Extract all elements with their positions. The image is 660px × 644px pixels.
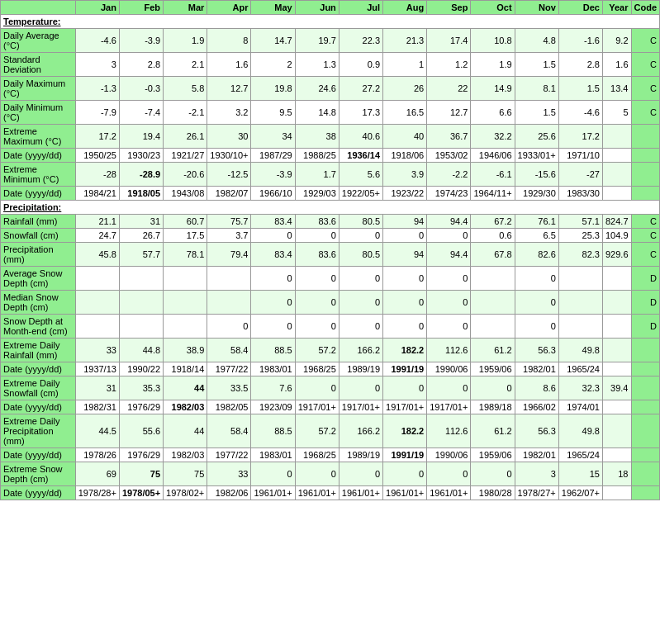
data-cell <box>602 291 631 315</box>
data-cell: 5 <box>602 101 631 125</box>
row-label: Extreme Minimum (°C) <box>1 163 76 187</box>
data-cell: 1961/01+ <box>383 486 427 500</box>
data-cell: 2.1 <box>164 53 207 77</box>
data-cell: 1964/11+ <box>471 187 515 201</box>
data-cell: 1990/06 <box>427 448 471 462</box>
data-cell: 17.4 <box>427 29 471 53</box>
data-cell: 57.2 <box>295 339 339 362</box>
data-cell: 1918/05 <box>119 187 163 201</box>
data-cell: 1.3 <box>295 53 339 77</box>
data-cell: 1936/14 <box>339 149 382 163</box>
data-cell <box>602 187 631 201</box>
data-cell <box>631 149 660 163</box>
row-label: Daily Average (°C) <box>1 29 76 53</box>
data-cell: 22.3 <box>339 29 382 53</box>
data-cell: 13.4 <box>602 77 631 101</box>
data-cell: 2 <box>251 53 295 77</box>
data-cell: 1.6 <box>207 53 251 77</box>
data-cell: 0 <box>339 291 382 315</box>
data-cell: 0 <box>251 229 295 243</box>
data-cell: 83.6 <box>295 215 339 229</box>
data-cell <box>558 291 602 315</box>
data-cell <box>558 315 602 339</box>
data-cell <box>631 486 660 500</box>
data-cell: 49.8 <box>558 339 602 362</box>
data-cell: 24.6 <box>295 77 339 101</box>
data-cell: 34 <box>251 125 295 149</box>
data-cell: 0 <box>339 462 382 486</box>
data-cell: 79.4 <box>207 243 251 267</box>
data-cell: 75 <box>164 462 207 486</box>
table-row: Date (yyyy/dd)1937/131990/221918/141977/… <box>1 362 660 376</box>
data-cell: 1988/25 <box>295 149 339 163</box>
data-cell: 36.7 <box>427 125 471 149</box>
data-cell: 61.2 <box>471 414 515 448</box>
data-cell <box>75 291 119 315</box>
data-cell: 58.4 <box>207 339 251 362</box>
data-cell: 1974/23 <box>427 187 471 201</box>
data-cell: 0 <box>427 376 471 400</box>
section-title: Precipitation: <box>1 201 660 215</box>
data-cell: 94.4 <box>427 215 471 229</box>
data-cell: 33 <box>207 462 251 486</box>
data-cell: 1968/25 <box>295 362 339 376</box>
col-month-header: Jun <box>295 1 339 15</box>
data-cell: 17.2 <box>75 125 119 149</box>
data-cell: 26.7 <box>119 229 163 243</box>
col-month-header: Dec <box>558 1 602 15</box>
data-cell: C <box>631 29 660 53</box>
data-cell: 14.8 <box>295 101 339 125</box>
data-cell: 22 <box>427 77 471 101</box>
data-cell: 0 <box>383 229 427 243</box>
table-row: Extreme Daily Precipitation (mm)44.555.6… <box>1 414 660 448</box>
data-cell: 1 <box>383 53 427 77</box>
climate-table: JanFebMarAprMayJunJulAugSepOctNovDecYear… <box>0 0 660 500</box>
data-cell: 57.7 <box>119 243 163 267</box>
data-cell <box>119 315 163 339</box>
row-label: Snow Depth at Month-end (cm) <box>1 315 76 339</box>
data-cell: 0 <box>427 229 471 243</box>
data-cell: 1917/01+ <box>339 400 382 414</box>
data-cell: 1929/30 <box>515 187 558 201</box>
data-cell: 17.3 <box>339 101 382 125</box>
data-cell <box>602 414 631 448</box>
data-cell: 0 <box>471 376 515 400</box>
data-cell: 1976/29 <box>119 448 163 462</box>
data-cell: 80.5 <box>339 215 382 229</box>
data-cell: 6.6 <box>471 101 515 125</box>
data-cell <box>602 486 631 500</box>
data-cell <box>602 149 631 163</box>
data-cell: 1984/21 <box>75 187 119 201</box>
table-row: Date (yyyy/dd)1982/311976/291982/031982/… <box>1 400 660 414</box>
table-row: Extreme Daily Rainfall (mm)3344.838.958.… <box>1 339 660 362</box>
data-cell: 1982/01 <box>515 448 558 462</box>
data-cell: 1961/01+ <box>251 486 295 500</box>
data-cell: 1983/01 <box>251 448 295 462</box>
data-cell: 1989/19 <box>339 362 382 376</box>
data-cell: 82.6 <box>515 243 558 267</box>
data-cell: 30 <box>207 125 251 149</box>
data-cell: -4.6 <box>558 101 602 125</box>
data-cell: 21.1 <box>75 215 119 229</box>
data-cell: 6.5 <box>515 229 558 243</box>
data-cell <box>119 291 163 315</box>
data-cell: 1978/26 <box>75 448 119 462</box>
section-header-row: Temperature: <box>1 15 660 29</box>
data-cell <box>602 163 631 187</box>
data-cell: 67.2 <box>471 215 515 229</box>
col-month-header: Code <box>631 1 660 15</box>
data-cell: 56.3 <box>515 414 558 448</box>
data-cell: 9.2 <box>602 29 631 53</box>
data-cell: C <box>631 101 660 125</box>
data-cell: 1990/06 <box>427 362 471 376</box>
data-cell: 21.3 <box>383 29 427 53</box>
data-cell: 182.2 <box>383 339 427 362</box>
data-cell: C <box>631 53 660 77</box>
data-cell: 0 <box>251 462 295 486</box>
data-cell: 31 <box>119 215 163 229</box>
data-cell: 1918/14 <box>164 362 207 376</box>
data-cell: 94 <box>383 215 427 229</box>
data-cell: 1917/01+ <box>295 400 339 414</box>
data-cell: 1922/05+ <box>339 187 382 201</box>
data-cell: 44 <box>164 414 207 448</box>
